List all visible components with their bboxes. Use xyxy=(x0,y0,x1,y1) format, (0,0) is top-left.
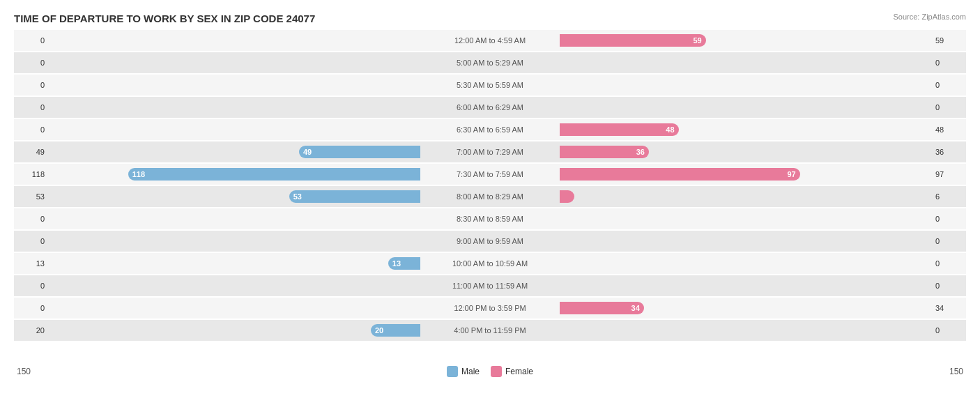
row-male-value: 0 xyxy=(14,237,49,245)
left-bar-container xyxy=(49,123,420,136)
time-label: 5:30 AM to 5:59 AM xyxy=(420,81,560,89)
chart-row: 05:00 AM to 5:29 AM0 xyxy=(14,52,966,73)
female-bar: 48 xyxy=(560,123,679,136)
chart-area: 012:00 AM to 4:59 AM595905:00 AM to 5:29… xyxy=(14,30,966,362)
right-bar-container xyxy=(560,101,931,114)
row-female-value: 34 xyxy=(931,304,966,312)
time-label: 8:30 AM to 8:59 AM xyxy=(420,215,560,223)
time-label: 11:00 AM to 11:59 AM xyxy=(420,282,560,290)
row-female-value: 0 xyxy=(931,215,966,223)
time-label: 10:00 AM to 10:59 AM xyxy=(420,259,560,268)
row-female-value: 0 xyxy=(931,282,966,290)
chart-row: 53538:00 AM to 8:29 AM6 xyxy=(14,186,966,207)
legend-female-box xyxy=(491,366,502,377)
left-bar-container xyxy=(49,34,420,47)
right-bar-container: 59 xyxy=(560,34,931,47)
chart-row: 08:30 AM to 8:59 AM0 xyxy=(14,208,966,229)
legend-female: Female xyxy=(491,366,533,377)
female-bar: 34 xyxy=(560,302,644,314)
row-female-value: 97 xyxy=(931,170,966,178)
left-bar-container: 13 xyxy=(49,257,420,270)
row-male-value: 0 xyxy=(14,304,49,312)
left-bar-container: 20 xyxy=(49,324,420,337)
right-bar-container xyxy=(560,79,931,91)
row-female-value: 0 xyxy=(931,81,966,89)
right-bar-container: 48 xyxy=(560,123,931,136)
row-female-value: 0 xyxy=(931,59,966,67)
time-label: 9:00 AM to 9:59 AM xyxy=(420,237,560,245)
row-female-value: 48 xyxy=(931,125,966,134)
axis-left-label: 150 xyxy=(17,367,31,376)
time-label: 12:00 AM to 4:59 AM xyxy=(420,36,560,45)
chart-row: 09:00 AM to 9:59 AM0 xyxy=(14,231,966,252)
chart-title: TIME OF DEPARTURE TO WORK BY SEX IN ZIP … xyxy=(14,13,966,24)
time-label: 4:00 PM to 11:59 PM xyxy=(420,326,560,335)
row-female-value: 0 xyxy=(931,103,966,112)
row-male-value: 0 xyxy=(14,125,49,134)
row-female-value: 0 xyxy=(931,259,966,268)
legend-male-label: Male xyxy=(461,367,480,376)
female-bar xyxy=(560,190,574,203)
chart-footer: 150 Male Female 150 xyxy=(14,366,966,377)
row-male-value: 0 xyxy=(14,103,49,112)
row-male-value: 20 xyxy=(14,326,49,335)
time-label: 7:00 AM to 7:29 AM xyxy=(420,148,560,156)
left-bar-container xyxy=(49,79,420,91)
left-bar-container xyxy=(49,279,420,292)
axis-right-label: 150 xyxy=(949,367,963,376)
row-male-value: 0 xyxy=(14,282,49,290)
legend: Male Female xyxy=(447,366,533,377)
male-bar: 13 xyxy=(388,257,420,270)
chart-row: 011:00 AM to 11:59 AM0 xyxy=(14,275,966,296)
time-label: 12:00 PM to 3:59 PM xyxy=(420,304,560,312)
row-male-value: 0 xyxy=(14,59,49,67)
female-bar: 97 xyxy=(560,168,800,181)
time-label: 6:30 AM to 6:59 AM xyxy=(420,125,560,134)
legend-male: Male xyxy=(447,366,480,377)
row-male-value: 53 xyxy=(14,192,49,201)
right-bar-container xyxy=(560,235,931,247)
male-bar: 53 xyxy=(289,190,420,203)
source-text: Source: ZipAtlas.com xyxy=(893,13,966,21)
row-female-value: 36 xyxy=(931,148,966,156)
right-bar-container xyxy=(560,257,931,270)
chart-container: TIME OF DEPARTURE TO WORK BY SEX IN ZIP … xyxy=(0,0,980,414)
right-bar-container xyxy=(560,56,931,69)
chart-row: 05:30 AM to 5:59 AM0 xyxy=(14,75,966,95)
row-male-value: 13 xyxy=(14,259,49,268)
right-bar-container xyxy=(560,279,931,292)
row-female-value: 6 xyxy=(931,192,966,201)
chart-row: 06:30 AM to 6:59 AM4848 xyxy=(14,119,966,140)
right-bar-container xyxy=(560,190,931,203)
chart-row: 49497:00 AM to 7:29 AM3636 xyxy=(14,141,966,162)
chart-row: 012:00 PM to 3:59 PM3434 xyxy=(14,298,966,319)
left-bar-container: 53 xyxy=(49,190,420,203)
time-label: 7:30 AM to 7:59 AM xyxy=(420,170,560,178)
left-bar-container xyxy=(49,213,420,225)
male-bar: 20 xyxy=(371,324,420,337)
row-male-value: 0 xyxy=(14,36,49,45)
time-label: 5:00 AM to 5:29 AM xyxy=(420,59,560,67)
right-bar-container: 34 xyxy=(560,302,931,314)
left-bar-container xyxy=(49,101,420,114)
time-label: 6:00 AM to 6:29 AM xyxy=(420,103,560,112)
chart-row: 1181187:30 AM to 7:59 AM9797 xyxy=(14,164,966,185)
row-female-value: 0 xyxy=(931,326,966,335)
female-bar: 36 xyxy=(560,146,649,158)
chart-row: 131310:00 AM to 10:59 AM0 xyxy=(14,253,966,274)
left-bar-container xyxy=(49,56,420,69)
male-bar: 118 xyxy=(128,168,420,181)
chart-row: 20204:00 PM to 11:59 PM0 xyxy=(14,320,966,341)
female-bar: 59 xyxy=(560,34,706,47)
left-bar-container xyxy=(49,302,420,314)
row-male-value: 118 xyxy=(14,170,49,178)
row-female-value: 0 xyxy=(931,237,966,245)
left-bar-container: 118 xyxy=(49,168,420,181)
chart-row: 06:00 AM to 6:29 AM0 xyxy=(14,97,966,118)
right-bar-container: 97 xyxy=(560,168,931,181)
legend-female-label: Female xyxy=(505,367,533,376)
left-bar-container xyxy=(49,235,420,247)
right-bar-container xyxy=(560,213,931,225)
right-bar-container xyxy=(560,324,931,337)
left-bar-container: 49 xyxy=(49,146,420,158)
